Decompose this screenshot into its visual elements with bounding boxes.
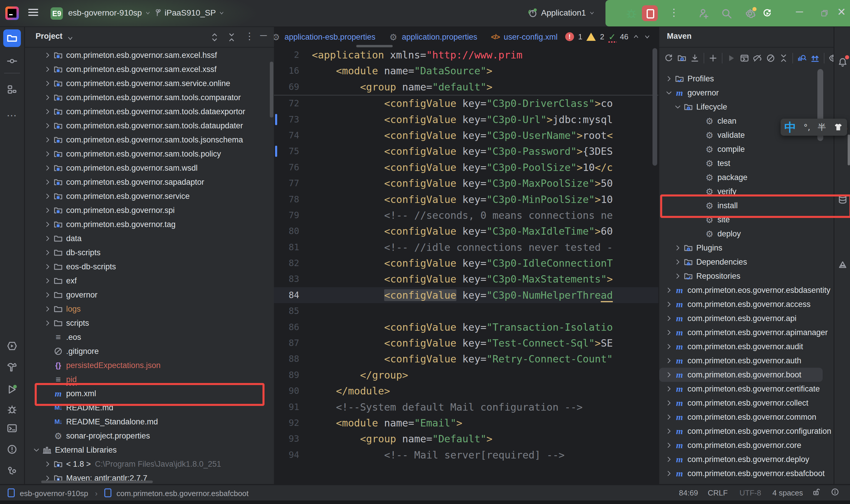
tree-item-logs[interactable]: logs (25, 302, 274, 316)
maven-item-com-primeton-esb-governor-certificate[interactable]: mcom.primeton.esb.governor.certificate (659, 382, 834, 396)
debug-tool-button[interactable] (3, 401, 21, 418)
search-everywhere-button[interactable] (721, 7, 732, 21)
notifications-bell-icon[interactable] (837, 56, 849, 68)
window-close-button[interactable]: ✕ (837, 6, 846, 18)
tree-item-gitignore[interactable]: .gitignore (25, 344, 274, 358)
project-horizontal-scrollbar[interactable] (41, 481, 153, 483)
tree-item-sonar-project-properties[interactable]: ⚙sonar-project.properties (25, 429, 274, 443)
code-line-77[interactable]: 77<configValue key="C3p0-MaxPoolSize">50 (274, 175, 658, 191)
maven-item-dependencies[interactable]: Dependencies (659, 255, 834, 269)
maven-item-package[interactable]: ⚙package (659, 170, 834, 184)
code-line-87[interactable]: 87<configValue key="Test-Connect-Sql">SE (274, 335, 658, 351)
caret-position[interactable]: 84:69 (679, 488, 698, 498)
code-line-85[interactable]: 85 (274, 303, 658, 319)
code-line-69[interactable]: 69<group name="default"> (274, 79, 658, 95)
code-line-84[interactable]: 84<configValue key="C3p0-NumHelperThread (274, 287, 658, 303)
next-problem-chevron-icon[interactable] (644, 33, 651, 40)
tree-item-com-primeton-esb-governor-spi[interactable]: com.primeton.esb.governor.spi (25, 203, 274, 217)
code-line-2[interactable]: 2<application xmlns="http://www.prim (274, 47, 658, 63)
maven-item-com-primeton-esb-governor-deploy[interactable]: mcom.primeton.esb.governor.deploy (659, 452, 834, 466)
tree-item-com-primeton-esb-governor-sam-tools-policy[interactable]: com.primeton.esb.governor.sam.tools.poli… (25, 147, 274, 161)
project-options-kebab[interactable]: ⋮ (245, 31, 255, 40)
problems-tool-button[interactable] (3, 440, 21, 458)
code-line-81[interactable]: 81<!-- //idle connections never tested - (274, 239, 658, 255)
more-tool-windows-button[interactable]: … (3, 104, 21, 122)
tree-item-com-primeton-esb-governor-sam-tools-dataupdater[interactable]: com.primeton.esb.governor.sam.tools.data… (25, 119, 274, 133)
git-tool-button[interactable] (3, 462, 21, 480)
code-line-88[interactable]: 88<configValue key="Retry-Connect-Count" (274, 351, 658, 367)
code-line-86[interactable]: 86<configValue key="Transaction-Isolatio (274, 319, 658, 335)
right-edge-scrollbar[interactable] (848, 134, 850, 165)
code-line-92[interactable]: 92<module name="Email"> (274, 415, 658, 431)
commit-tool-button[interactable] (3, 52, 21, 70)
code-line-94[interactable]: 94<!-- Mail server[required] --> (274, 447, 658, 463)
code-line-91[interactable]: 91<!--System default Mail configuration … (274, 399, 658, 415)
readonly-lock-icon[interactable] (812, 488, 821, 499)
run-tool-button[interactable] (3, 381, 21, 398)
maven-item-com-primeton-esb-governor-api[interactable]: mcom.primeton.esb.governor.api (659, 311, 834, 325)
code-line-90[interactable]: 90</module> (274, 383, 658, 399)
knot-icon[interactable] (837, 259, 849, 271)
tree-item-com-primeton-esb-governor-sam-service-online[interactable]: com.primeton.esb.governor.sam.service.on… (25, 76, 274, 90)
tree-item-eos-db-scripts[interactable]: eos-db-scripts (25, 259, 274, 274)
maven-item-com-primeton-eos-governor-esbdasentity[interactable]: mcom.primeton.eos.governor.esbdasentity (659, 283, 834, 297)
debug-button[interactable] (625, 7, 637, 21)
settings-button[interactable] (744, 7, 756, 21)
code-line-89[interactable]: 89</group> (274, 367, 658, 383)
tree-item-com-primeton-esb-governor-sam-excel-xssf[interactable]: com.primeton.esb.governor.sam.excel.xssf (25, 62, 274, 76)
code-line-16[interactable]: 16<module name="DataSource"> (274, 63, 658, 79)
maven-item-governor[interactable]: mgovernor (659, 86, 834, 100)
maven-item-com-primeton-esb-governor-configuration[interactable]: mcom.primeton.esb.governor.configuration (659, 424, 834, 438)
maven-item-com-primeton-esb-governor-common[interactable]: mcom.primeton.esb.governor.common (659, 410, 834, 424)
code-line-72[interactable]: 72<configValue key="C3p0-DriverClass">co (274, 95, 658, 111)
code-line-75[interactable]: 75<configValue key="C3p0-Password">{3DES (274, 143, 658, 159)
code-line-73[interactable]: 73<configValue key="C3p0-Url">jdbc:mysql (274, 112, 658, 127)
maven-item-deploy[interactable]: ⚙deploy (659, 227, 834, 241)
tree-item-db-scripts[interactable]: db-scripts (25, 246, 274, 259)
inspections-widget[interactable]: ! 1 2 ✓ 46 (562, 29, 654, 44)
main-menu-button[interactable] (28, 7, 38, 18)
maven-add-icon[interactable] (708, 52, 718, 64)
maven-item-com-primeton-esb-governor-esbafcboot[interactable]: mcom.primeton.esb.governor.esbafcboot (659, 466, 834, 481)
maven-item-com-primeton-esb-governor-access[interactable]: mcom.primeton.esb.governor.access (659, 297, 834, 311)
code-line-76[interactable]: 76<configValue key="C3p0-PoolSize">10</c (274, 160, 658, 175)
tree-item-com-primeton-esb-governor-sam-tools-jsonschema[interactable]: com.primeton.esb.governor.sam.tools.json… (25, 133, 274, 147)
tree-item-persistedexpectations-json[interactable]: {}persistedExpectations.json (25, 358, 274, 373)
maven-item-com-primeton-esb-governor-core[interactable]: mcom.primeton.esb.governor.core (659, 438, 834, 452)
maven-item-test[interactable]: ⚙test (659, 156, 834, 170)
tree-item-com-primeton-esb-governor-sam-wsdl[interactable]: com.primeton.esb.governor.sam.wsdl (25, 161, 274, 175)
line-separator[interactable]: CRLF (708, 488, 728, 498)
tab-application-esb-properties[interactable]: ⚙ application-esb.properties (274, 27, 382, 47)
maven-skip-tests-icon[interactable] (765, 52, 776, 64)
maven-item-plugins[interactable]: Plugins (659, 241, 834, 255)
ime-toolbar[interactable]: 中 °, 半 (781, 119, 847, 136)
branch-selector[interactable]: iPaaS910_SP (153, 8, 225, 18)
tree-item-data[interactable]: data (25, 231, 274, 246)
file-encoding[interactable]: UTF-8 (740, 488, 761, 498)
ime-skin-icon[interactable] (833, 122, 843, 132)
stop-button[interactable] (642, 5, 658, 21)
structure-tool-button[interactable] (3, 80, 21, 98)
maven-download-sources-icon[interactable] (690, 52, 700, 64)
tree-item-com-primeton-esb-governor-sam-tools-comparator[interactable]: com.primeton.esb.governor.sam.tools.comp… (25, 90, 274, 105)
hide-panel-button[interactable]: ─ (260, 30, 270, 40)
maven-item-repositories[interactable]: Repositories (659, 269, 834, 283)
maven-offline-mode-icon[interactable] (752, 52, 763, 64)
maven-item-profiles[interactable]: Profiles (659, 72, 834, 86)
ime-language-icon[interactable]: 中 (784, 119, 796, 136)
project-selector[interactable]: esb-governor-910sp (68, 8, 151, 18)
ime-width-icon[interactable]: 半 (818, 122, 826, 133)
tree-item-governor[interactable]: governor (25, 288, 274, 302)
tab-application-properties[interactable]: ⚙ application.properties (382, 27, 484, 47)
run-configuration-selector[interactable]: Application1 (527, 7, 595, 18)
window-restore-button[interactable] (820, 9, 829, 19)
prev-problem-chevron-icon[interactable] (632, 33, 640, 40)
maven-item-lifecycle[interactable]: Lifecycle (659, 100, 834, 114)
tree-item-readme-standalone-md[interactable]: M↓README_Standalone.md (25, 415, 274, 429)
tree-item-eos[interactable]: ≡.eos (25, 330, 274, 344)
maven-item-com-primeton-esb-governor-auth[interactable]: mcom.primeton.esb.governor.auth (659, 354, 834, 368)
terminal-tool-button[interactable] (3, 419, 21, 437)
tree-item-com-primeton-esb-governor-service[interactable]: com.primeton.esb.governor.service (25, 189, 274, 203)
tree-item-com-primeton-esb-governor-sapadaptor[interactable]: com.primeton.esb.governor.sapadaptor (25, 175, 274, 189)
more-actions-kebab[interactable]: ⋮ (669, 6, 679, 18)
